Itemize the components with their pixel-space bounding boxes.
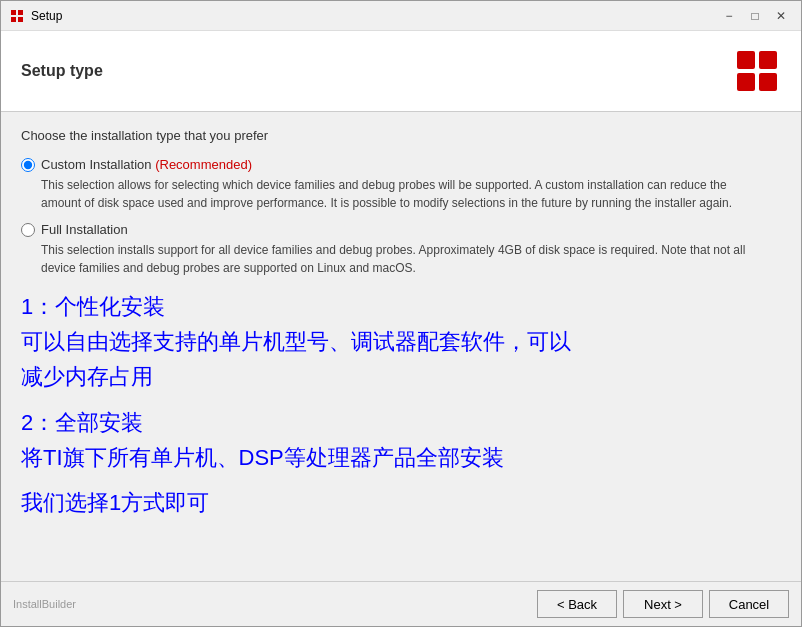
- custom-installation-option: Custom Installation (Recommended) This s…: [21, 157, 781, 212]
- app-logo: [733, 47, 781, 95]
- annotation-2: 2：全部安装 将TI旗下所有单片机、DSP等处理器产品全部安装: [21, 405, 781, 475]
- custom-label[interactable]: Custom Installation (Recommended): [41, 157, 252, 172]
- annotation-note: 我们选择1方式即可: [21, 485, 781, 520]
- instruction-text: Choose the installation type that you pr…: [21, 128, 781, 143]
- setup-window: Setup − □ ✕ Setup type Choose the instal…: [0, 0, 802, 627]
- annotation-note-text: 我们选择1方式即可: [21, 485, 781, 520]
- title-bar: Setup − □ ✕: [1, 1, 801, 31]
- footer-brand: InstallBuilder: [13, 598, 76, 610]
- content-area: Choose the installation type that you pr…: [1, 112, 801, 581]
- svg-rect-7: [759, 73, 777, 91]
- full-installation-option: Full Installation This selection install…: [21, 222, 781, 277]
- custom-radio[interactable]: [21, 158, 35, 172]
- full-option-row[interactable]: Full Installation: [21, 222, 781, 237]
- svg-rect-6: [737, 73, 755, 91]
- minimize-button[interactable]: −: [717, 6, 741, 26]
- annotation-2-body: 将TI旗下所有单片机、DSP等处理器产品全部安装: [21, 440, 781, 475]
- annotation-1: 1：个性化安装 可以自由选择支持的单片机型号、调试器配套软件，可以减少内存占用: [21, 289, 781, 395]
- footer-buttons: < Back Next > Cancel: [537, 590, 789, 618]
- footer: InstallBuilder < Back Next > Cancel: [1, 581, 801, 626]
- window-controls: − □ ✕: [717, 6, 793, 26]
- next-button[interactable]: Next >: [623, 590, 703, 618]
- cancel-button[interactable]: Cancel: [709, 590, 789, 618]
- full-description: This selection installs support for all …: [41, 241, 761, 277]
- svg-rect-4: [737, 51, 755, 69]
- svg-rect-3: [18, 17, 23, 22]
- full-label[interactable]: Full Installation: [41, 222, 128, 237]
- page-header: Setup type: [1, 31, 801, 112]
- maximize-button[interactable]: □: [743, 6, 767, 26]
- app-icon: [9, 8, 25, 24]
- svg-rect-0: [11, 10, 16, 15]
- annotation-1-body: 可以自由选择支持的单片机型号、调试器配套软件，可以减少内存占用: [21, 324, 781, 394]
- close-button[interactable]: ✕: [769, 6, 793, 26]
- svg-rect-1: [18, 10, 23, 15]
- svg-rect-2: [11, 17, 16, 22]
- title-bar-text: Setup: [31, 9, 717, 23]
- custom-option-row[interactable]: Custom Installation (Recommended): [21, 157, 781, 172]
- annotation-2-heading: 2：全部安装: [21, 405, 781, 440]
- full-radio[interactable]: [21, 223, 35, 237]
- chinese-annotations: 1：个性化安装 可以自由选择支持的单片机型号、调试器配套软件，可以减少内存占用 …: [21, 289, 781, 520]
- back-button[interactable]: < Back: [537, 590, 617, 618]
- svg-rect-5: [759, 51, 777, 69]
- custom-description: This selection allows for selecting whic…: [41, 176, 761, 212]
- annotation-1-heading: 1：个性化安装: [21, 289, 781, 324]
- page-title: Setup type: [21, 62, 103, 80]
